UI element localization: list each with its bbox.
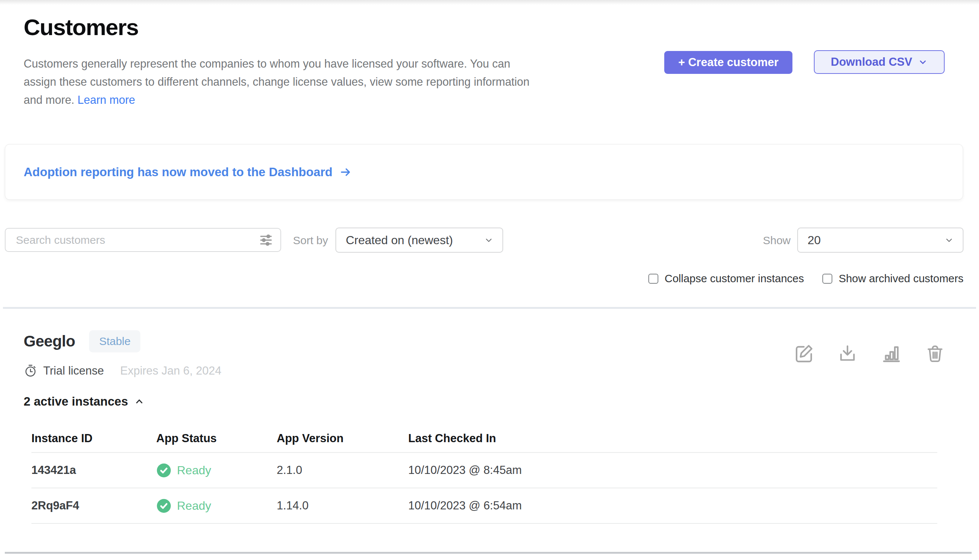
channel-badge[interactable]: Stable — [89, 330, 140, 352]
check-circle-icon — [156, 463, 172, 478]
table-row[interactable]: 2Rq9aF4 Ready 1.14.0 10/10/2023 @ 6:54am — [32, 488, 937, 523]
license-type: Trial license — [43, 364, 104, 378]
learn-more-link[interactable]: Learn more — [78, 93, 135, 106]
description-line: Customers generally represent the compan… — [23, 55, 529, 73]
chevron-up-icon — [134, 397, 145, 407]
show-count-select[interactable]: 20 — [797, 228, 964, 253]
check-circle-icon — [156, 498, 172, 513]
page-description: Customers generally represent the compan… — [23, 55, 529, 109]
customer-actions — [794, 343, 945, 364]
collapse-instances-option[interactable]: Collapse customer instances — [648, 272, 804, 285]
timer-icon — [23, 364, 37, 378]
last-checked-in-cell: 10/10/2023 @ 6:54am — [408, 499, 937, 512]
col-header-app-version: App Version — [277, 432, 408, 445]
search-input[interactable] — [5, 228, 281, 252]
sort-select-value: Created on (newest) — [346, 233, 453, 247]
page-title: Customers — [23, 14, 138, 40]
last-checked-in-cell: 10/10/2023 @ 8:45am — [408, 463, 937, 477]
banner-text: Adoption reporting has now moved to the … — [23, 165, 332, 179]
show-count-value: 20 — [807, 233, 821, 247]
top-shadow — [0, 0, 979, 5]
table-row[interactable]: 143421a Ready 2.1.0 10/10/2023 @ 8:45am — [32, 452, 937, 488]
edit-icon — [794, 343, 814, 364]
collapse-instances-label: Collapse customer instances — [665, 272, 804, 285]
app-status-cell: Ready — [156, 498, 277, 513]
col-header-app-status: App Status — [156, 432, 277, 445]
show-label: Show — [763, 234, 791, 247]
show-archived-label: Show archived customers — [839, 272, 964, 285]
search-customers-wrap — [5, 228, 281, 252]
description-line-text: and more. — [23, 93, 74, 106]
instance-id-cell: 2Rq9aF4 — [32, 499, 156, 512]
create-customer-button[interactable]: + Create customer — [664, 51, 792, 74]
customer-name[interactable]: Geeglo — [23, 332, 75, 350]
edit-customer-button[interactable] — [794, 343, 814, 364]
description-line: and more. Learn more — [23, 91, 529, 109]
download-csv-button[interactable]: Download CSV — [814, 50, 945, 74]
chevron-down-icon — [918, 57, 928, 67]
sort-select[interactable]: Created on (newest) — [335, 228, 503, 253]
app-version-cell: 2.1.0 — [277, 463, 408, 477]
license-expiry: Expires Jan 6, 2024 — [120, 364, 221, 378]
chevron-down-icon — [484, 235, 494, 245]
active-instances-toggle[interactable]: 2 active instances — [23, 395, 145, 408]
license-row: Trial license Expires Jan 6, 2024 — [23, 364, 221, 378]
customers-page: Customers Customers generally represent … — [0, 0, 979, 560]
show-archived-option[interactable]: Show archived customers — [822, 272, 964, 285]
app-status-text: Ready — [177, 499, 211, 513]
sort-by-label: Sort by — [293, 234, 328, 247]
reporting-button[interactable] — [881, 343, 902, 364]
instances-table: Instance ID App Status App Version Last … — [32, 425, 937, 524]
app-status-text: Ready — [177, 463, 211, 477]
download-csv-label: Download CSV — [831, 55, 912, 69]
col-header-instance-id: Instance ID — [32, 432, 156, 445]
active-instances-label: 2 active instances — [23, 395, 128, 408]
trash-icon — [925, 343, 945, 363]
download-license-button[interactable] — [837, 343, 858, 364]
bar-chart-icon — [881, 343, 902, 364]
adoption-reporting-banner[interactable]: Adoption reporting has now moved to the … — [5, 144, 963, 200]
table-bottom-line — [32, 523, 937, 524]
instance-id-cell: 143421a — [32, 463, 156, 477]
page-bottom-divider — [5, 552, 972, 554]
col-header-last-checked-in: Last Checked In — [408, 432, 937, 445]
filter-sliders-icon[interactable] — [258, 232, 274, 249]
section-divider — [3, 307, 976, 309]
customer-header: Geeglo Stable — [23, 330, 140, 352]
delete-customer-button[interactable] — [925, 343, 945, 363]
chevron-down-icon — [944, 235, 954, 245]
arrow-right-icon — [339, 166, 352, 178]
table-header-row: Instance ID App Status App Version Last … — [32, 425, 937, 452]
list-option-checkboxes: Collapse customer instances Show archive… — [648, 272, 964, 285]
app-version-cell: 1.14.0 — [277, 499, 408, 512]
description-line: assign these customers to different chan… — [23, 73, 529, 91]
collapse-instances-checkbox[interactable] — [648, 274, 658, 284]
show-archived-checkbox[interactable] — [822, 274, 832, 284]
download-icon — [837, 343, 858, 364]
app-status-cell: Ready — [156, 463, 277, 478]
